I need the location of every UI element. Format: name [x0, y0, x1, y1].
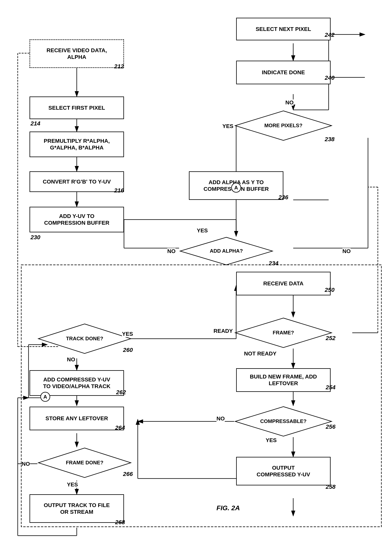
select-next-box: SELECT NEXT PIXEL: [236, 18, 331, 40]
frame-label: FRAME?: [273, 330, 294, 336]
track-done-diamond: TRACK DONE?: [37, 323, 132, 354]
more-pixels-diamond: MORE PIXELS?: [234, 110, 333, 141]
compressable-no-label: NO: [216, 415, 225, 422]
receive-video-label: RECEIVE VIDEO DATA, ALPHA: [47, 47, 107, 60]
label-262: 262: [116, 389, 126, 396]
premultiply-label: PREMULTIPLY R*ALPHA, G*ALPHA, B*ALPHA: [44, 138, 110, 151]
premultiply-box: PREMULTIPLY R*ALPHA, G*ALPHA, B*ALPHA: [29, 132, 124, 157]
compressable-diamond: COMPRESSABLE?: [234, 406, 333, 437]
label-230: 230: [31, 234, 40, 241]
fig-label: FIG. 2A: [216, 504, 240, 512]
select-next-label: SELECT NEXT PIXEL: [256, 26, 311, 33]
label-256: 256: [326, 423, 336, 430]
store-leftover-box: STORE ANY LEFTOVER: [29, 407, 124, 430]
circle-a-top: A: [231, 183, 241, 193]
more-pixels-yes-label: YES: [222, 123, 233, 129]
compressable-label: COMPRESSABLE?: [260, 418, 306, 424]
track-done-no-label: NO: [67, 356, 75, 363]
build-frame-label: BUILD NEW FRAME, ADD LEFTOVER: [250, 373, 317, 386]
label-266: 266: [123, 471, 133, 477]
output-compressed-label: OUTPUT COMPRESSED Y-UV: [257, 465, 310, 478]
diagram-container: RECEIVE VIDEO DATA, ALPHA 212 SELECT FIR…: [0, 0, 392, 537]
track-done-label: TRACK DONE?: [66, 335, 103, 342]
frame-done-no-label: NO: [22, 461, 30, 467]
add-alpha-yes-label: YES: [197, 227, 208, 234]
add-yuv-label: ADD Y-UV TO COMPRESSION BUFFER: [44, 213, 109, 226]
frame-diamond: FRAME?: [234, 317, 333, 349]
more-pixels-label: MORE PIXELS?: [264, 122, 303, 129]
receive-data-box: RECEIVE DATA: [236, 272, 331, 295]
track-done-yes-label: YES: [122, 331, 133, 337]
receive-video-box: RECEIVE VIDEO DATA, ALPHA: [29, 39, 124, 68]
receive-data-label: RECEIVE DATA: [263, 280, 303, 287]
indicate-done-label: INDICATE DONE: [262, 69, 305, 76]
ready-label: READY: [214, 328, 233, 334]
select-first-pixel-box: SELECT FIRST PIXEL: [29, 96, 124, 119]
circle-a-bottom: A: [40, 392, 50, 402]
label-238: 238: [325, 136, 335, 143]
label-254: 254: [326, 384, 336, 391]
add-alpha-diamond: ADD ALPHA?: [179, 236, 274, 266]
label-234: 234: [269, 260, 278, 267]
label-260: 260: [123, 347, 133, 353]
not-ready-label: NOT READY: [244, 350, 276, 357]
label-250: 250: [325, 287, 335, 293]
compressable-yes-label: YES: [266, 437, 277, 443]
add-alpha-no-right-label: NO: [342, 248, 351, 254]
add-alpha-no-left-label: NO: [167, 248, 176, 254]
indicate-done-box: INDICATE DONE: [236, 61, 331, 84]
output-track-label: OUTPUT TRACK TO FILE OR STREAM: [44, 502, 110, 515]
label-212: 212: [114, 63, 124, 70]
frame-done-diamond: FRAME DONE?: [37, 447, 132, 479]
store-leftover-label: STORE ANY LEFTOVER: [46, 415, 108, 422]
label-258: 258: [326, 483, 336, 490]
label-252: 252: [326, 335, 336, 341]
convert-label: CONVERT R'G'B' TO Y-UV: [43, 179, 111, 185]
add-yuv-box: ADD Y-UV TO COMPRESSION BUFFER: [29, 207, 124, 232]
select-first-label: SELECT FIRST PIXEL: [48, 104, 105, 111]
label-216: 216: [114, 187, 124, 194]
label-268: 268: [115, 519, 125, 526]
label-242: 242: [325, 32, 335, 38]
frame-done-yes-label: YES: [67, 481, 78, 488]
output-compressed-box: OUTPUT COMPRESSED Y-UV: [236, 457, 331, 485]
label-236: 236: [278, 194, 288, 201]
add-compressed-label: ADD COMPRESSED Y-UV TO VIDEO/ALPHA TRACK: [43, 376, 110, 390]
more-pixels-no-label: NO: [285, 99, 294, 106]
label-240: 240: [325, 75, 335, 81]
build-frame-box: BUILD NEW FRAME, ADD LEFTOVER: [236, 368, 331, 392]
add-alpha-label: ADD ALPHA?: [210, 248, 243, 254]
convert-box: CONVERT R'G'B' TO Y-UV: [29, 171, 124, 192]
frame-done-label: FRAME DONE?: [66, 460, 103, 466]
label-264: 264: [115, 424, 125, 431]
output-track-box: OUTPUT TRACK TO FILE OR STREAM: [29, 494, 124, 523]
label-214: 214: [31, 120, 40, 127]
